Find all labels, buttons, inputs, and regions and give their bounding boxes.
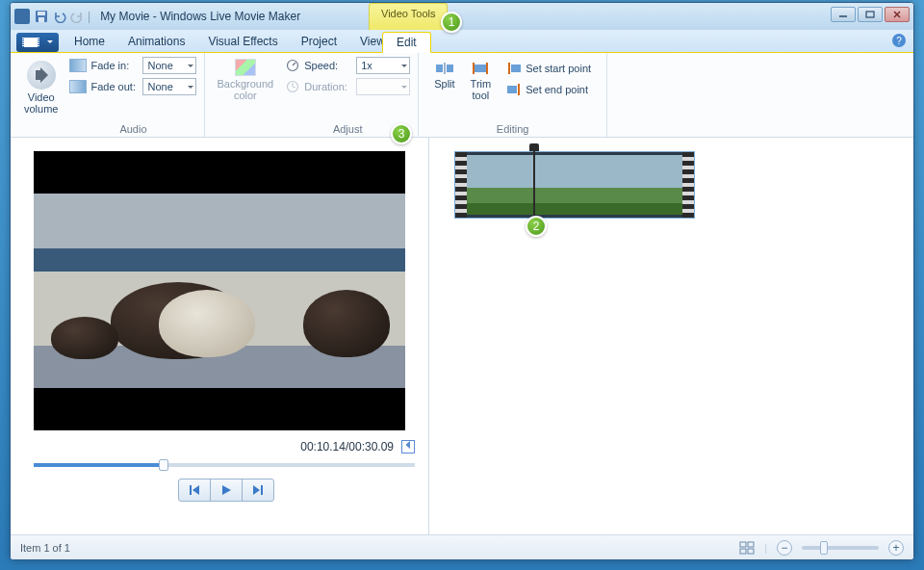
seek-bar[interactable] xyxy=(34,463,415,467)
playhead[interactable] xyxy=(533,145,535,224)
svg-rect-20 xyxy=(507,86,517,93)
svg-rect-27 xyxy=(748,549,754,554)
svg-rect-18 xyxy=(511,65,521,72)
ribbon-tabs: Home Animations Visual Effects Project V… xyxy=(11,30,913,53)
close-button[interactable] xyxy=(885,7,910,22)
speed-label: Speed: xyxy=(304,60,352,71)
zoom-slider[interactable] xyxy=(802,546,879,550)
set-start-icon xyxy=(506,63,522,74)
tab-edit[interactable]: Edit xyxy=(382,32,431,53)
speed-icon xyxy=(285,58,300,73)
timeline-pane[interactable] xyxy=(429,138,913,534)
annotation-badge-2: 2 xyxy=(526,216,547,237)
svg-rect-24 xyxy=(740,542,746,547)
play-button[interactable] xyxy=(210,479,243,502)
status-bar: Item 1 of 1 | − + xyxy=(11,534,913,559)
redo-icon[interactable] xyxy=(70,10,84,23)
set-end-icon xyxy=(506,84,522,95)
split-label: Split xyxy=(434,78,454,90)
set-start-label: Set start point xyxy=(526,63,591,74)
duration-icon xyxy=(285,79,300,94)
zoom-out-button[interactable]: − xyxy=(777,540,792,556)
annotation-badge-3: 3 xyxy=(391,123,412,144)
fade-out-icon xyxy=(69,80,87,93)
video-clip[interactable] xyxy=(454,151,695,219)
fade-out-label: Fade out: xyxy=(90,81,139,92)
svg-rect-2 xyxy=(38,17,44,22)
background-color-button: Background color xyxy=(213,57,277,103)
zoom-in-button[interactable]: + xyxy=(888,540,904,556)
bg-color-label: Background color xyxy=(217,78,273,101)
set-end-label: Set end point xyxy=(526,84,588,95)
speed-dropdown[interactable]: 1x xyxy=(356,57,410,74)
window-title: My Movie - Windows Live Movie Maker xyxy=(100,10,300,23)
file-menu-button[interactable] xyxy=(16,33,59,52)
audio-group-label: Audio xyxy=(69,123,196,135)
svg-line-8 xyxy=(293,63,295,65)
svg-rect-26 xyxy=(740,549,746,554)
time-counter: 00:10.14/00:30.09 xyxy=(300,440,394,453)
contextual-tab-label: Video Tools xyxy=(369,3,448,30)
svg-rect-12 xyxy=(436,65,443,72)
split-button[interactable]: Split xyxy=(426,57,462,105)
save-icon[interactable] xyxy=(34,9,49,24)
help-icon[interactable]: ? xyxy=(892,34,906,47)
video-volume-label: Video volume xyxy=(24,91,58,115)
speaker-icon xyxy=(27,61,56,90)
fade-in-icon xyxy=(69,59,87,72)
prev-frame-button[interactable] xyxy=(178,479,211,502)
fade-in-label: Fade in: xyxy=(90,60,139,71)
palette-icon xyxy=(235,59,256,76)
ribbon: Video volume Fade in: None Fade out: Non… xyxy=(11,53,913,138)
duration-label: Duration: xyxy=(304,81,352,92)
app-window: | My Movie - Windows Live Movie Maker Vi… xyxy=(10,2,914,560)
trim-button[interactable]: Trim tool xyxy=(463,57,500,105)
svg-line-11 xyxy=(293,87,295,88)
fade-out-dropdown[interactable]: None xyxy=(142,78,196,95)
next-frame-button[interactable] xyxy=(242,479,274,502)
status-item-count: Item 1 of 1 xyxy=(20,542,70,554)
minimize-button[interactable] xyxy=(831,7,856,22)
fullscreen-button[interactable] xyxy=(401,440,415,453)
editing-group-label: Editing xyxy=(426,123,599,135)
svg-rect-15 xyxy=(474,65,487,72)
svg-rect-25 xyxy=(748,542,754,547)
tab-animations[interactable]: Animations xyxy=(116,31,196,52)
content-area: 00:10.14/00:30.09 xyxy=(11,138,913,534)
svg-rect-23 xyxy=(261,485,263,495)
svg-rect-1 xyxy=(38,12,45,15)
duration-dropdown xyxy=(356,78,410,95)
title-bar: | My Movie - Windows Live Movie Maker Vi… xyxy=(11,3,913,30)
split-icon xyxy=(435,61,454,76)
undo-icon[interactable] xyxy=(53,10,66,23)
svg-rect-4 xyxy=(866,12,874,17)
set-end-point-button[interactable]: Set end point xyxy=(502,82,595,97)
fade-in-dropdown[interactable]: None xyxy=(142,57,196,74)
svg-rect-13 xyxy=(447,65,453,72)
trim-label: Trim tool xyxy=(471,78,492,101)
preview-pane: 00:10.14/00:30.09 xyxy=(11,138,429,534)
tab-visual-effects[interactable]: Visual Effects xyxy=(196,31,289,52)
annotation-badge-1: 1 xyxy=(441,12,462,33)
svg-rect-22 xyxy=(190,485,192,495)
video-preview[interactable] xyxy=(34,151,405,430)
tab-project[interactable]: Project xyxy=(290,31,348,52)
set-start-point-button[interactable]: Set start point xyxy=(502,61,595,76)
app-icon xyxy=(14,9,30,24)
trim-icon xyxy=(471,61,490,76)
view-thumbnails-icon[interactable] xyxy=(739,541,755,555)
tab-home[interactable]: Home xyxy=(63,31,116,52)
maximize-button[interactable] xyxy=(858,7,883,22)
video-volume-button[interactable]: Video volume xyxy=(18,57,64,118)
